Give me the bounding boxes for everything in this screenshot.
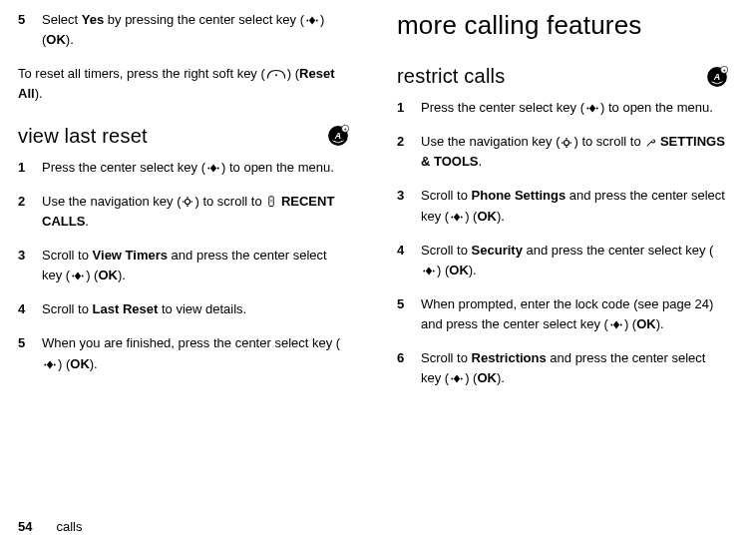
text: ) ( [437,263,449,277]
text: ) ( [624,316,636,331]
text: ) ( [58,356,70,371]
step-5-select-yes: 5 Select Yes by pressing the center sele… [18,10,349,50]
text: ). [118,268,126,282]
text: to view details. [158,301,246,316]
step-text: When you are finished, press the center … [42,333,349,373]
step-4: 4 Scroll to Security and press the cente… [397,241,728,280]
text: When prompted, enter the lock code (see … [421,296,713,331]
step-text: Scroll to Restrictions and press the cen… [421,348,728,388]
tools-icon [644,137,656,149]
phone-icon [265,196,277,208]
text: Use the navigation key ( [42,194,181,209]
heading-row: restrict calls [397,55,728,98]
text: Scroll to [42,248,93,263]
text: ) ( [465,370,477,385]
text: ) ( [86,268,98,282]
text: ) to scroll to [194,194,265,209]
text: ). [497,370,505,385]
step-3: 3 Scroll to Phone Settings and press the… [397,186,728,226]
step-text: Press the center select key () to open t… [42,158,349,178]
step-number: 5 [397,294,421,334]
footer-label: calls [56,519,82,534]
step-number: 2 [18,192,42,232]
bold-text: View Timers [93,248,168,263]
bold-text: Restrictions [472,350,547,365]
text: ) to scroll to [573,134,644,149]
text: Press the center select key ( [42,160,205,175]
text: ). [497,209,505,224]
text: . [85,214,89,229]
bold-text: Last Reset [93,301,159,316]
bold-text: OK [636,316,656,331]
text: ) to open the menu. [600,100,713,115]
text: Press the center select key ( [421,100,584,115]
page-number: 54 [18,519,32,534]
step-1: 1 Press the center select key () to open… [397,98,728,118]
text: Scroll to [421,188,472,203]
bold-text: OK [477,370,497,385]
step-number: 1 [397,98,421,118]
navigation-key-icon [181,195,194,209]
step-number: 5 [18,333,42,373]
view-last-reset-heading: view last reset [18,125,148,148]
center-select-icon [70,271,86,281]
text: ). [90,356,98,371]
step-number: 1 [18,158,42,178]
accessibility-badge-icon [706,66,728,88]
center-select-icon [449,373,465,384]
step-3: 3 Scroll to View Timers and press the ce… [18,246,349,285]
page-footer: 54calls [18,519,82,534]
step-text: Scroll to Phone Settings and press the c… [421,186,728,226]
restrict-calls-heading: restrict calls [397,65,505,88]
step-text: Scroll to View Timers and press the cent… [42,246,349,285]
step-5-finish: 5 When you are finished, press the cente… [18,333,349,373]
step-1: 1 Press the center select key () to open… [18,158,349,178]
right-column: more calling features restrict calls 1 P… [397,10,728,403]
step-number: 6 [397,348,421,388]
center-select-icon [42,359,58,370]
step-text: Scroll to Security and press the center … [421,241,728,280]
text: Select [42,12,82,27]
step-text: Use the navigation key () to scroll to S… [421,132,728,172]
step-2: 2 Use the navigation key () to scroll to… [18,192,349,232]
step-text: When prompted, enter the lock code (see … [421,294,728,334]
step-text: Select Yes by pressing the center select… [42,10,349,50]
reset-timers-text: To reset all timers, press the right sof… [18,64,349,104]
text: When you are finished, press the center … [42,335,340,350]
center-select-icon [584,103,600,114]
step-5: 5 When prompted, enter the lock code (se… [397,294,728,334]
bold-text: Phone Settings [472,188,567,203]
center-select-icon [449,212,465,223]
text: To reset all timers, press the right sof… [18,66,265,81]
step-number: 5 [18,10,42,50]
bold-text: OK [70,356,90,371]
text: ) ( [465,209,477,224]
text: . [479,154,483,169]
accessibility-badge-icon [327,125,349,147]
text: and press the center select key ( [523,243,713,258]
center-select-icon [304,15,320,26]
text: Scroll to [421,243,472,258]
bold-text: OK [46,32,66,47]
step-text: Scroll to Last Reset to view details. [42,299,349,319]
more-calling-features-heading: more calling features [397,10,728,41]
text: Scroll to [421,350,472,365]
step-number: 4 [397,241,421,280]
text: ). [35,86,43,101]
step-2: 2 Use the navigation key () to scroll to… [397,132,728,172]
text: ) ( [287,66,299,81]
step-text: Use the navigation key () to scroll to R… [42,192,349,232]
text: ). [469,263,477,277]
bold-text: OK [449,263,469,277]
center-select-icon [608,319,624,330]
left-column: 5 Select Yes by pressing the center sele… [18,10,349,403]
text: Use the navigation key ( [421,134,560,149]
step-6: 6 Scroll to Restrictions and press the c… [397,348,728,388]
text: ). [66,32,74,47]
bold-text: OK [477,209,497,224]
text: ). [656,316,664,331]
step-number: 2 [397,132,421,172]
softkey-icon [265,69,287,80]
bold-text: OK [98,268,118,282]
step-4: 4 Scroll to Last Reset to view details. [18,299,349,319]
